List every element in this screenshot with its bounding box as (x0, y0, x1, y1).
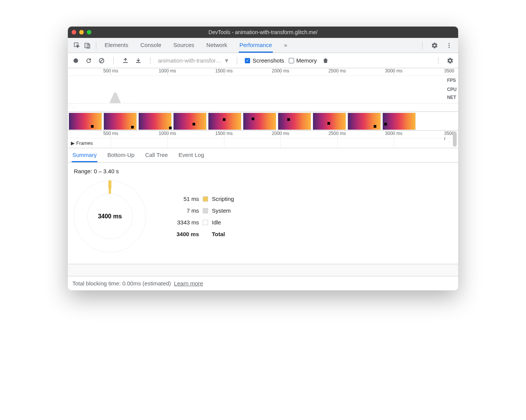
ruler-tick: 500 ms (103, 68, 118, 74)
cpu-label: CPU (447, 85, 457, 94)
blocking-time-text: Total blocking time: 0.00ms (estimated) (72, 280, 171, 287)
tab-bottom-up[interactable]: Bottom-Up (106, 149, 135, 162)
animated-element-dot (169, 127, 172, 129)
filmstrip-frame[interactable] (208, 113, 241, 130)
more-menu-icon[interactable] (444, 40, 454, 51)
checkbox-icon (289, 58, 294, 63)
animated-element-dot (252, 118, 254, 120)
load-profile-button[interactable] (121, 56, 130, 65)
screenshots-checkbox[interactable]: Screenshots (245, 57, 284, 64)
ruler-tick: 2000 ms (272, 68, 289, 74)
animated-element-dot (327, 122, 330, 125)
svg-point-4 (449, 45, 450, 46)
overview-track-labels: FPS CPU NET (447, 76, 457, 101)
main-tabs: Elements Console Sources Network Perform… (104, 38, 288, 53)
legend-value: 7 ms (169, 207, 199, 214)
filmstrip-frame[interactable] (138, 113, 172, 130)
filmstrip-frame[interactable] (103, 113, 137, 130)
tab-performance[interactable]: Performance (239, 38, 273, 53)
animated-element-dot (384, 123, 387, 125)
memory-checkbox[interactable]: Memory (289, 57, 317, 64)
fps-label: FPS (447, 76, 457, 85)
footer-bar: Total blocking time: 0.00ms (estimated) … (68, 276, 458, 290)
animated-element-dot (374, 125, 376, 128)
legend-value: 51 ms (169, 196, 199, 202)
svg-rect-10 (136, 62, 141, 63)
svg-point-6 (74, 58, 78, 63)
ruler-tick: 2500 ms (329, 68, 346, 74)
legend-value: 3343 ms (169, 219, 199, 226)
ruler-tick: 1000 ms (159, 68, 176, 74)
overview-panel[interactable]: 500 ms 1000 ms 1500 ms 2000 ms 2500 ms 3… (68, 68, 458, 112)
frames-label: Frames (76, 140, 93, 146)
learn-more-link[interactable]: Learn more (174, 280, 203, 287)
blank-strip (68, 264, 458, 276)
inspect-element-icon[interactable] (72, 40, 82, 51)
tab-summary[interactable]: Summary (72, 149, 97, 162)
window-titlebar: DevTools - animation-with-transform.glit… (68, 27, 458, 38)
clear-button[interactable] (97, 56, 106, 65)
legend-label: Scripting (212, 196, 234, 202)
legend-row: 51 msScripting (169, 196, 234, 202)
screenshot-filmstrip[interactable] (68, 112, 458, 131)
legend-label: Idle (212, 219, 221, 226)
net-label: NET (447, 94, 457, 101)
tab-event-log[interactable]: Event Log (178, 149, 205, 162)
overview-fps-row (68, 76, 458, 85)
range-text: Range: 0 – 3.40 s (74, 168, 452, 174)
memory-label: Memory (296, 57, 317, 64)
devtools-window: DevTools - animation-with-transform.glit… (68, 27, 458, 290)
tab-network[interactable]: Network (206, 38, 228, 53)
frames-track[interactable]: ▶ Frames (68, 138, 458, 148)
screenshots-label: Screenshots (252, 57, 284, 64)
record-button[interactable] (72, 56, 80, 65)
animated-element-dot (287, 118, 290, 121)
legend-swatch (203, 208, 208, 213)
tab-elements[interactable]: Elements (104, 38, 129, 53)
expand-icon[interactable]: ▶ (71, 140, 75, 146)
settings-icon[interactable] (429, 40, 440, 51)
capture-settings-icon[interactable] (446, 56, 454, 65)
legend-label: System (212, 207, 231, 214)
overview-net-row (68, 103, 458, 109)
svg-point-3 (449, 43, 450, 44)
tab-call-tree[interactable]: Call Tree (144, 149, 169, 162)
legend-row: 3343 msIdle (169, 219, 234, 226)
legend-row: 7 msSystem (169, 207, 234, 214)
cpu-activity-peak (110, 92, 121, 103)
filmstrip-frame[interactable] (243, 113, 276, 130)
ruler-tick: 1500 ms (215, 68, 233, 74)
overview-ruler: 500 ms 1000 ms 1500 ms 2000 ms 2500 ms 3… (68, 68, 458, 76)
garbage-collect-button[interactable] (321, 56, 330, 65)
donut-total-label: 3400 ms (87, 194, 133, 239)
tab-console[interactable]: Console (140, 38, 162, 53)
save-profile-button[interactable] (134, 56, 142, 65)
svg-rect-1 (85, 43, 89, 48)
filmstrip-frame[interactable] (278, 113, 311, 130)
separator (422, 42, 423, 49)
filmstrip-frame[interactable] (69, 113, 102, 130)
device-toolbar-icon[interactable] (82, 40, 93, 51)
filmstrip-frame[interactable] (382, 113, 416, 130)
animated-element-dot (223, 118, 225, 121)
legend-label: Total (212, 231, 225, 237)
vertical-scrollbar[interactable] (453, 132, 457, 147)
reload-button[interactable] (85, 56, 93, 65)
separator (438, 57, 438, 64)
filmstrip-frame[interactable] (313, 113, 346, 130)
detail-tab-bar: Summary Bottom-Up Call Tree Event Log (68, 148, 458, 163)
main-tab-bar: Elements Console Sources Network Perform… (68, 38, 458, 53)
timeline-ruler: 500 ms 1000 ms 1500 ms 2000 ms 2500 ms 3… (68, 131, 458, 138)
chevron-down-icon: ▼ (224, 57, 230, 64)
animated-element-dot (131, 126, 134, 129)
tab-overflow-icon[interactable]: » (283, 38, 288, 53)
profile-selector[interactable]: animation-with-transfor… ▼ (158, 57, 229, 64)
tab-sources[interactable]: Sources (173, 38, 195, 53)
filmstrip-frame[interactable] (348, 113, 381, 130)
overview-cpu-row (68, 85, 458, 103)
separator (150, 57, 150, 64)
timeline-area[interactable]: 500 ms 1000 ms 1500 ms 2000 ms 2500 ms 3… (68, 131, 458, 148)
separator (237, 57, 237, 64)
legend-value: 3400 ms (169, 231, 199, 237)
filmstrip-frame[interactable] (173, 113, 207, 130)
